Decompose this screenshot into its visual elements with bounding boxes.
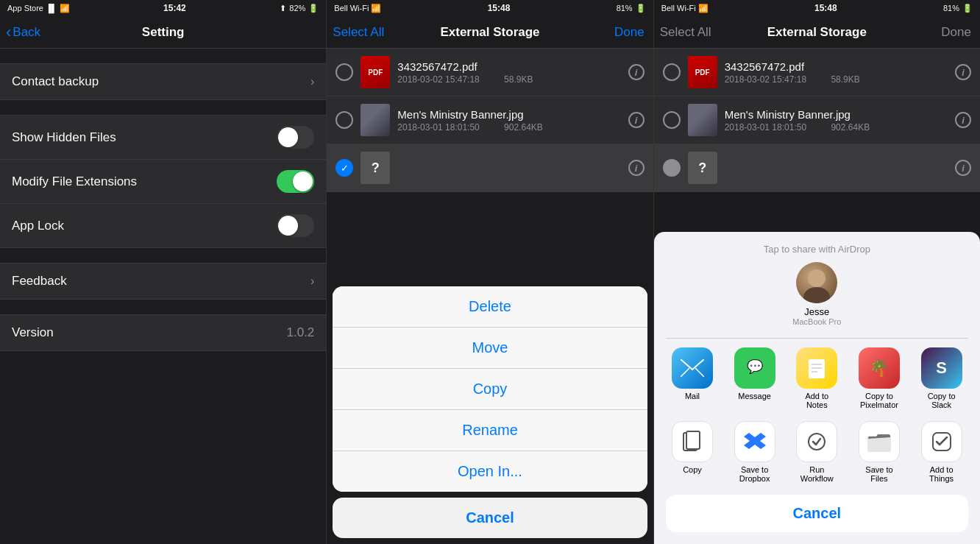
share-app-mail[interactable]: Mail: [670, 347, 714, 409]
version-value: 1.0.2: [287, 325, 315, 340]
file-row-2[interactable]: Men's Ministry Banner.jpg 2018-03-01 18:…: [327, 96, 653, 144]
share-actions-row: Copy Save to Dropbox Run Workfl: [666, 421, 968, 483]
pixelmator-label: Copy to Pixelmator: [857, 392, 901, 409]
modify-extensions-toggle[interactable]: [277, 170, 314, 193]
file-info-btn-2[interactable]: i: [628, 112, 645, 128]
external-storage-screen: Bell Wi-Fi 📶 15:48 81% 🔋 Select All Exte…: [327, 0, 653, 544]
svg-rect-15: [868, 437, 890, 451]
share-action-files[interactable]: Save to Files: [857, 421, 901, 483]
svg-rect-12: [686, 431, 700, 449]
workflow-label: Run Workflow: [795, 465, 839, 483]
done-button-2[interactable]: Done: [614, 25, 645, 40]
share-action-dropbox[interactable]: Save to Dropbox: [733, 421, 777, 483]
app-lock-toggle[interactable]: [277, 214, 314, 237]
share-action-workflow[interactable]: Run Workflow: [795, 421, 839, 483]
file-info-3a: 3432567472.pdf 2018-03-02 15:47:18 58.9K…: [725, 60, 955, 85]
file-checkbox-3a[interactable]: [663, 63, 681, 81]
external-storage-nav-3: Select All External Storage Done: [654, 16, 980, 49]
share-cancel-button[interactable]: Cancel: [666, 495, 968, 532]
file-checkbox-2[interactable]: [335, 111, 353, 129]
file-size-2: 902.64KB: [504, 122, 543, 133]
slack-icon: S: [921, 347, 962, 389]
file-row-3[interactable]: ✓ ? i: [327, 144, 653, 192]
cancel-button-2[interactable]: Cancel: [333, 498, 647, 538]
show-hidden-files-toggle[interactable]: [277, 126, 314, 149]
file-info-btn-1[interactable]: i: [628, 64, 645, 80]
location-icon: ⬆: [280, 4, 286, 13]
file-checkbox-1[interactable]: [335, 63, 353, 81]
file-checkbox-3c[interactable]: [663, 159, 681, 177]
share-action-things[interactable]: Add to Things: [920, 421, 964, 483]
screen2-main: PDF 3432567472.pdf 2018-03-02 15:47:18 5…: [327, 49, 653, 544]
app-lock-row[interactable]: App Lock: [0, 204, 326, 248]
copy-action[interactable]: Copy: [333, 369, 647, 410]
show-hidden-files-row[interactable]: Show Hidden Files: [0, 115, 326, 160]
settings-title: Setting: [142, 25, 185, 40]
file-info-3b: Men's Ministry Banner.jpg 2018-03-01 18:…: [725, 108, 955, 133]
file-row-1[interactable]: PDF 3432567472.pdf 2018-03-02 15:47:18 5…: [327, 49, 653, 96]
share-apps-row: Mail 💬 Message Add to Notes 🌴: [666, 347, 968, 409]
file-name-1: 3432567472.pdf: [397, 60, 628, 73]
settings-screen: App Store ▐▌ 📶 15:42 ⬆ 82% 🔋 Back Settin…: [0, 0, 327, 544]
share-app-pixelmator[interactable]: 🌴 Copy to Pixelmator: [857, 347, 901, 409]
status-bar-left-3: Bell Wi-Fi 📶: [661, 4, 709, 13]
file-row-3c[interactable]: ? i: [654, 144, 980, 192]
status-bar-left-1: App Store ▐▌ 📶: [7, 4, 70, 13]
airdrop-person[interactable]: Jesse MacBook Pro: [792, 262, 841, 326]
things-icon: [921, 421, 962, 462]
carrier-label-3: Bell Wi-Fi: [661, 4, 696, 13]
file-meta-1: 2018-03-02 15:47:18 58.9KB: [397, 74, 628, 85]
carrier-label-2: Bell Wi-Fi: [334, 4, 369, 13]
battery-label-2: 81%: [617, 4, 633, 13]
delete-action[interactable]: Delete: [333, 286, 647, 328]
file-info-btn-3b[interactable]: i: [955, 112, 971, 128]
svg-point-14: [809, 434, 825, 450]
divider-share: [666, 338, 968, 339]
svg-point-1: [803, 287, 830, 303]
version-row: Version 1.0.2: [0, 314, 326, 351]
files-icon: [859, 421, 900, 462]
chevron-right-icon-2: ›: [310, 275, 314, 288]
wifi-icon: 📶: [60, 4, 70, 13]
version-label: Version: [12, 325, 54, 340]
status-bar-2: Bell Wi-Fi 📶 15:48 81% 🔋: [327, 0, 653, 16]
done-button-3: Done: [941, 25, 971, 40]
file-info-btn-3[interactable]: i: [628, 160, 645, 176]
files-label: Save to Files: [857, 465, 901, 483]
rename-action[interactable]: Rename: [333, 410, 647, 451]
workflow-icon: [796, 421, 837, 462]
share-app-notes[interactable]: Add to Notes: [795, 347, 839, 409]
file-row-3a[interactable]: PDF 3432567472.pdf 2018-03-02 15:47:18 5…: [654, 49, 980, 96]
settings-group-2: Show Hidden Files Modify File Extensions…: [0, 115, 326, 248]
battery-icon-2: 🔋: [636, 4, 646, 13]
contact-backup-row[interactable]: Contact backup ›: [0, 63, 326, 100]
modify-extensions-row[interactable]: Modify File Extensions: [0, 160, 326, 204]
select-all-button-3: Select All: [660, 25, 711, 40]
external-storage-nav-2: Select All External Storage Done: [327, 16, 653, 49]
time-1: 15:42: [163, 3, 186, 13]
back-button[interactable]: Back: [6, 24, 40, 40]
share-action-copy[interactable]: Copy: [670, 421, 714, 483]
status-right-1: ⬆ 82% 🔋: [280, 4, 319, 13]
slack-label: Copy to Slack: [920, 392, 964, 409]
file-info-1: 3432567472.pdf 2018-03-02 15:47:18 58.9K…: [397, 60, 628, 85]
move-action[interactable]: Move: [333, 328, 647, 369]
share-app-message[interactable]: 💬 Message: [733, 347, 777, 409]
open-in-action[interactable]: Open In...: [333, 451, 647, 492]
toggle-thumb-3: [278, 216, 298, 236]
file-info-btn-3c[interactable]: i: [955, 160, 971, 176]
chevron-right-icon: ›: [310, 75, 314, 88]
airdrop-name: Jesse: [804, 306, 829, 317]
back-label: Back: [13, 25, 40, 40]
airdrop-device: MacBook Pro: [792, 317, 841, 326]
file-unknown-thumb-3c: ?: [688, 152, 717, 184]
file-meta-2: 2018-03-01 18:01:50 902.64KB: [397, 122, 628, 133]
wifi-icon-3: 📶: [698, 4, 709, 13]
share-app-slack[interactable]: S Copy to Slack: [920, 347, 964, 409]
file-checkbox-3[interactable]: ✓: [335, 159, 353, 177]
feedback-row[interactable]: Feedback ›: [0, 263, 326, 300]
file-info-btn-3a[interactable]: i: [955, 64, 971, 80]
file-checkbox-3b[interactable]: [663, 111, 681, 129]
file-row-3b[interactable]: Men's Ministry Banner.jpg 2018-03-01 18:…: [654, 96, 980, 144]
select-all-button-2[interactable]: Select All: [333, 25, 384, 40]
